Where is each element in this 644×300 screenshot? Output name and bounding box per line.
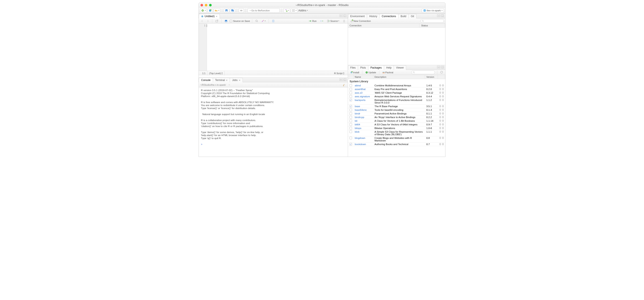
minimize-pane-button[interactable]: ▭	[437, 66, 440, 68]
tab-files[interactable]: Files	[348, 65, 358, 70]
tab-packages[interactable]: Packages	[368, 65, 384, 70]
close-tab-icon[interactable]: ✕	[239, 79, 240, 81]
print-button[interactable]	[239, 8, 244, 13]
package-name-link[interactable]: bookdown	[354, 143, 373, 146]
package-checkbox[interactable]	[350, 105, 352, 108]
package-name-link[interactable]: blob	[354, 130, 373, 134]
forward-button[interactable]	[206, 19, 210, 23]
minimize-window-icon[interactable]	[205, 4, 207, 6]
package-web-icon[interactable]	[439, 123, 441, 126]
package-remove-icon[interactable]	[442, 137, 444, 139]
tab-jobs[interactable]: Jobs✕	[230, 78, 242, 82]
package-remove-icon[interactable]	[442, 92, 444, 94]
package-checkbox[interactable]	[350, 95, 352, 98]
package-name-link[interactable]: bit	[354, 119, 373, 123]
package-checkbox[interactable]	[350, 88, 352, 90]
package-checkbox[interactable]	[350, 99, 352, 101]
package-remove-icon[interactable]	[442, 99, 444, 101]
tab-console[interactable]: Console	[199, 78, 213, 82]
close-tab-icon[interactable]: ✕	[226, 79, 228, 81]
package-checkbox[interactable]	[350, 131, 352, 133]
console-output[interactable]: R version 3.5.1 (2018-07-02) -- "Feather…	[199, 87, 348, 157]
package-web-icon[interactable]	[439, 99, 441, 101]
language-mode[interactable]: R Script▴▾	[332, 71, 346, 75]
package-checkbox[interactable]	[350, 109, 352, 111]
tab-viewer[interactable]: Viewer	[394, 65, 406, 70]
tab-plots[interactable]: Plots	[358, 65, 368, 70]
project-selector[interactable]: R the-r-in-spark ▾	[422, 8, 444, 13]
packages-search[interactable]	[411, 70, 435, 74]
goto-file-function[interactable]	[248, 8, 280, 13]
addins-menu[interactable]: Addins▾	[298, 9, 308, 12]
goto-input[interactable]	[251, 9, 278, 12]
compile-report-button[interactable]	[271, 19, 276, 23]
scope-selector[interactable]: (Top Level)▴▾	[207, 71, 224, 75]
save-button[interactable]	[224, 8, 229, 13]
package-remove-icon[interactable]	[442, 84, 444, 87]
run-button[interactable]: Run	[308, 19, 317, 23]
package-web-icon[interactable]	[439, 116, 441, 118]
package-remove-icon[interactable]	[442, 112, 444, 115]
package-remove-icon[interactable]	[442, 95, 444, 98]
package-remove-icon[interactable]	[442, 120, 444, 122]
maximize-pane-button[interactable]: ▢	[441, 66, 444, 68]
package-checkbox[interactable]	[350, 120, 352, 122]
package-name-link[interactable]: bindr	[354, 112, 373, 115]
package-checkbox[interactable]	[350, 92, 352, 94]
save-all-button[interactable]	[230, 8, 235, 13]
package-name-link[interactable]: aws.s3	[354, 91, 373, 95]
minimize-pane-button[interactable]: ▭	[437, 14, 440, 17]
open-file-button[interactable]: ▾	[214, 8, 220, 13]
connections-search[interactable]	[420, 19, 444, 23]
package-web-icon[interactable]	[439, 112, 441, 115]
package-remove-icon[interactable]	[442, 109, 444, 111]
package-web-icon[interactable]	[439, 109, 441, 111]
package-name-link[interactable]: base64enc	[354, 108, 373, 112]
tab-terminal[interactable]: Terminal✕	[213, 78, 230, 82]
package-web-icon[interactable]	[439, 95, 441, 98]
package-remove-icon[interactable]	[442, 116, 444, 118]
maximize-pane-button[interactable]: ▢	[441, 14, 444, 17]
package-name-link[interactable]: bit64	[354, 123, 373, 126]
package-name-link[interactable]: blogdown	[354, 136, 373, 140]
new-file-button[interactable]: ▾	[200, 8, 207, 13]
minimize-pane-button[interactable]: ▭	[340, 14, 342, 17]
package-name-link[interactable]: bitops	[354, 127, 373, 130]
package-web-icon[interactable]	[439, 92, 441, 94]
tab-connections[interactable]: Connections	[379, 14, 398, 18]
package-remove-icon[interactable]	[442, 143, 444, 145]
tab-help[interactable]: Help	[384, 65, 394, 70]
rerun-button[interactable]	[319, 19, 324, 23]
package-remove-icon[interactable]	[442, 127, 444, 129]
package-checkbox[interactable]	[350, 112, 352, 115]
package-web-icon[interactable]	[439, 127, 441, 129]
package-web-icon[interactable]	[439, 143, 441, 145]
package-name-link[interactable]: bindrcpp	[354, 116, 373, 119]
package-name-link[interactable]: assertthat	[354, 87, 373, 91]
tab-git[interactable]: Git	[408, 14, 416, 18]
minimize-pane-button[interactable]: ▭	[340, 78, 342, 81]
clear-console-button[interactable]	[342, 83, 346, 87]
package-remove-icon[interactable]	[442, 123, 444, 126]
package-name-link[interactable]: backports	[354, 98, 373, 102]
package-web-icon[interactable]	[439, 88, 441, 90]
refresh-button[interactable]	[440, 70, 444, 74]
save-source-button[interactable]	[224, 19, 228, 23]
package-name-link[interactable]: abind	[354, 84, 373, 87]
close-window-icon[interactable]	[200, 4, 203, 6]
package-checkbox[interactable]	[350, 84, 352, 87]
package-checkbox[interactable]	[350, 123, 352, 126]
tab-history[interactable]: History	[367, 14, 380, 18]
package-web-icon[interactable]	[439, 105, 441, 107]
tab-build[interactable]: Build	[398, 14, 409, 18]
packrat-button[interactable]: Packrat	[382, 70, 394, 74]
install-button[interactable]: Install	[349, 70, 360, 74]
package-name-link[interactable]: aws.signature	[354, 95, 373, 98]
package-checkbox[interactable]	[350, 143, 352, 146]
new-project-button[interactable]	[208, 8, 213, 13]
tab-environment[interactable]: Environment	[348, 14, 367, 18]
source-script-button[interactable]: Source▾	[326, 19, 340, 23]
package-remove-icon[interactable]	[442, 105, 444, 107]
package-name-link[interactable]: base	[354, 105, 373, 108]
back-button[interactable]	[200, 19, 204, 23]
